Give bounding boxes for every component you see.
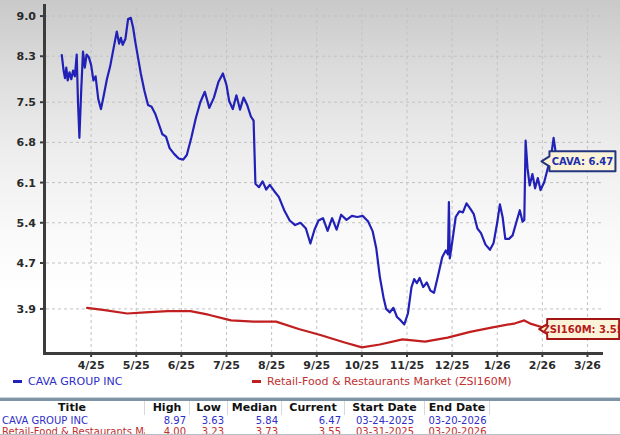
cava-legend-label: CAVA GROUP INC: [28, 375, 123, 388]
x-axis-label: 2/26: [529, 359, 556, 372]
table-header-row: Title High Low Median Current Start Date…: [0, 401, 620, 415]
price-chart-page: 9.08.37.56.86.15.44.73.94/255/256/257/25…: [0, 0, 620, 435]
chart-legend: CAVA GROUP INC Retail-Food & Restaurants…: [0, 372, 620, 397]
cava-median: 5.84: [228, 415, 282, 426]
x-axis-label: 7/25: [213, 359, 240, 372]
x-axis-label: 1/26: [484, 359, 511, 372]
x-axis-label: 6/25: [168, 359, 195, 372]
market-legend-line-icon: [252, 380, 261, 383]
y-axis-label: 8.3: [17, 50, 37, 63]
market-end-date: 03-20-2026: [425, 426, 490, 435]
cava-legend-line-icon: [13, 380, 22, 383]
market-title-link[interactable]: Retail-Food & Restaurants Market (ZSI160…: [0, 426, 145, 435]
cava-end-date: 03-20-2026: [425, 415, 490, 426]
chart-area: 9.08.37.56.86.15.44.73.94/255/256/257/25…: [0, 0, 620, 372]
x-axis-label: 11/25: [390, 359, 425, 372]
col-header-low: Low: [190, 401, 228, 415]
table-row-market: Retail-Food & Restaurants Market (ZSI160…: [0, 426, 620, 435]
market-legend-item: Retail-Food & Restaurants Market (ZSI160…: [252, 375, 512, 388]
market-high: 4.00: [145, 426, 190, 435]
col-header-end-date: End Date: [425, 401, 490, 415]
market-price-line: [87, 308, 560, 348]
col-header-start-date: Start Date: [345, 401, 425, 415]
col-header-high: High: [145, 401, 190, 415]
cava-legend-item: CAVA GROUP INC: [13, 375, 123, 388]
y-axis-label: 9.0: [17, 10, 37, 23]
market-current: 3.55: [282, 426, 345, 435]
y-axis-label: 3.9: [17, 303, 37, 316]
cava-low: 3.63: [190, 415, 228, 426]
market-low: 3.23: [190, 426, 228, 435]
cava-start-date: 03-24-2025: [345, 415, 425, 426]
y-axis-label: 4.7: [17, 257, 37, 270]
col-header-title: Title: [0, 401, 145, 415]
cava-high: 8.97: [145, 415, 190, 426]
cava-current: 6.47: [282, 415, 345, 426]
x-axis-label: 9/25: [303, 359, 330, 372]
cava-title: CAVA GROUP INC: [0, 415, 145, 426]
callout-label: CAVA: 6.47: [552, 156, 614, 167]
x-axis-label: 12/25: [435, 359, 470, 372]
x-axis-label: 3/26: [574, 359, 601, 372]
market-legend-label: Retail-Food & Restaurants Market (ZSI160…: [267, 375, 512, 388]
col-header-median: Median: [228, 401, 282, 415]
x-axis-label: 10/25: [345, 359, 380, 372]
y-axis-label: 6.1: [17, 177, 37, 190]
callout-label: ZSI160M: 3.55: [543, 324, 620, 335]
y-axis-label: 5.4: [17, 217, 37, 230]
y-axis-label: 7.5: [17, 96, 37, 109]
table-row-cava: CAVA GROUP INC 8.97 3.63 5.84 6.47 03-24…: [0, 415, 620, 426]
market-median: 3.73: [228, 426, 282, 435]
market-start-date: 03-31-2025: [345, 426, 425, 435]
price-chart-svg: 9.08.37.56.86.15.44.73.94/255/256/257/25…: [0, 0, 620, 372]
x-axis-label: 4/25: [78, 359, 105, 372]
y-axis-label: 6.8: [17, 136, 37, 149]
x-axis-label: 8/25: [258, 359, 285, 372]
x-axis-label: 5/25: [123, 359, 150, 372]
col-header-current: Current: [282, 401, 345, 415]
price-table: Title High Low Median Current Start Date…: [0, 401, 620, 435]
